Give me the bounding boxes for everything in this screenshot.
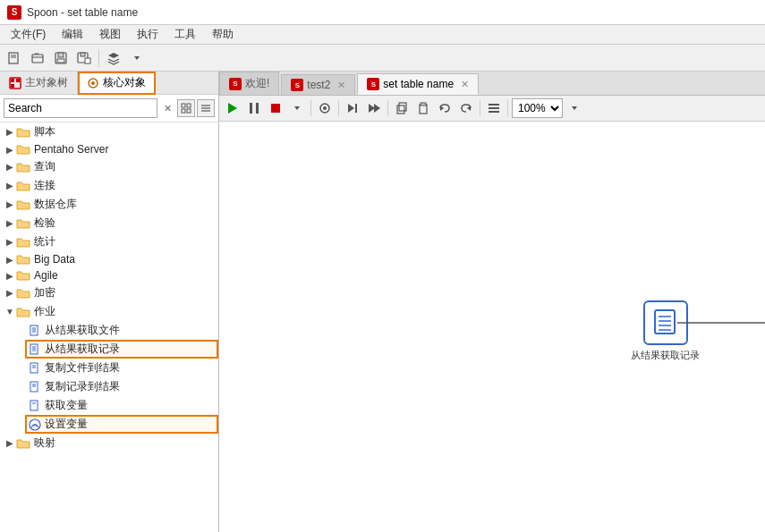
- folder-icon-bigdata: [16, 254, 30, 265]
- tree-item-script[interactable]: ▶ 脚本: [0, 122, 218, 141]
- ed-sep-4: [480, 100, 480, 116]
- file-icon-getrecord: [29, 343, 41, 356]
- tree-item-copy-file[interactable]: 复制文件到结果: [25, 359, 218, 377]
- tree-item-query[interactable]: ▶ 查询: [0, 157, 218, 176]
- btn-undo[interactable]: [435, 98, 455, 118]
- tree-item-get-var[interactable]: 获取变量: [25, 396, 218, 415]
- tab-icon-settable: S: [367, 78, 379, 90]
- tree-item-warehouse[interactable]: ▶ 数据仓库: [0, 195, 218, 214]
- arrow-job: ▼: [4, 306, 16, 318]
- tree-item-get-record[interactable]: 从结果获取记录: [25, 340, 218, 359]
- btn-redo[interactable]: [456, 98, 476, 118]
- tree-item-copy-record[interactable]: 复制记录到结果: [25, 377, 218, 396]
- ed-sep-3: [387, 100, 388, 116]
- stop-dropdown[interactable]: [287, 98, 307, 118]
- tree-item-set-var[interactable]: 设置变量: [25, 415, 218, 434]
- toolbar-sep-1: [98, 49, 99, 67]
- run-button[interactable]: [223, 98, 242, 118]
- search-expand-btn[interactable]: [197, 99, 215, 117]
- search-input[interactable]: [4, 98, 157, 118]
- svg-rect-19: [187, 109, 191, 113]
- menu-edit[interactable]: 编辑: [55, 25, 90, 44]
- arrow-stats: ▶: [4, 236, 16, 249]
- zoom-select[interactable]: 100% 75% 50% 150%: [512, 98, 563, 118]
- toolbar-open[interactable]: [27, 47, 48, 69]
- tab-label-test2: test2: [307, 79, 330, 91]
- svg-marker-50: [374, 104, 380, 113]
- menu-tools[interactable]: 工具: [167, 25, 203, 44]
- tree-item-stats[interactable]: ▶ 统计: [0, 232, 218, 251]
- btn-copy[interactable]: [392, 98, 412, 118]
- menu-file[interactable]: 文件(F): [4, 25, 53, 44]
- menu-execute[interactable]: 执行: [130, 25, 166, 44]
- label-check: 检验: [34, 215, 55, 231]
- btn-align[interactable]: [484, 98, 504, 118]
- preview-button[interactable]: [315, 98, 335, 118]
- tab-settable[interactable]: S set table name ✕: [357, 73, 479, 95]
- menu-help[interactable]: 帮助: [205, 25, 241, 44]
- label-copy-record: 复制记录到结果: [45, 379, 120, 394]
- folder-icon-pentaho: [16, 144, 30, 155]
- search-clear-button[interactable]: ✕: [159, 100, 175, 116]
- search-collapse-btn[interactable]: [177, 99, 195, 117]
- svg-marker-47: [348, 104, 354, 113]
- arrow-warehouse: ▶: [4, 198, 16, 211]
- tree-item-encrypt[interactable]: ▶ 加密: [0, 283, 218, 302]
- node-label-get-record: 从结果获取记录: [631, 349, 700, 362]
- label-stats: 统计: [34, 234, 55, 249]
- file-icon-copyrecord: [29, 381, 41, 393]
- tab-core-object[interactable]: 核心对象: [78, 72, 156, 95]
- tab-close-settable[interactable]: ✕: [461, 79, 469, 90]
- tab-main-object[interactable]: 主对象树: [0, 72, 78, 94]
- arrow-encrypt: ▶: [4, 287, 16, 300]
- tree-item-map[interactable]: ▶ 映射: [0, 434, 218, 452]
- stop-button[interactable]: [266, 98, 285, 118]
- svg-rect-17: [187, 104, 191, 107]
- tree-item-check[interactable]: ▶ 检验: [0, 214, 218, 232]
- label-encrypt: 加密: [34, 285, 55, 300]
- toolbar-dropdown[interactable]: [126, 47, 148, 69]
- svg-rect-18: [182, 109, 185, 113]
- toolbar-save[interactable]: [50, 47, 72, 69]
- ed-sep-2: [338, 100, 339, 116]
- ed-sep-5: [507, 100, 508, 116]
- tree-item-agile[interactable]: ▶ Agile: [0, 267, 218, 283]
- right-panel: S 欢迎! S test2 ✕ S set table name ✕: [219, 72, 765, 532]
- file-icon-copyfile: [29, 362, 41, 375]
- label-warehouse: 数据仓库: [34, 197, 77, 212]
- tab-test2[interactable]: S test2 ✕: [281, 74, 355, 95]
- btn-paste[interactable]: [413, 98, 433, 118]
- svg-rect-11: [11, 79, 14, 82]
- toolbar-new[interactable]: [4, 47, 25, 69]
- tree-item-job[interactable]: ▼ 作业: [0, 302, 218, 321]
- tab-core-label: 核心对象: [103, 75, 146, 90]
- svg-rect-16: [182, 104, 185, 107]
- menu-view[interactable]: 视图: [92, 25, 128, 44]
- zoom-dropdown[interactable]: [565, 98, 584, 118]
- node-icon-get-record: [651, 308, 680, 337]
- node-get-record[interactable]: 从结果获取记录: [631, 300, 700, 362]
- folder-icon-warehouse: [16, 199, 30, 210]
- label-copy-file: 复制文件到结果: [45, 360, 120, 376]
- label-set-var: 设置变量: [45, 417, 88, 432]
- btn-next[interactable]: [364, 98, 384, 118]
- svg-rect-13: [11, 84, 14, 88]
- toolbar-layers[interactable]: [103, 47, 124, 69]
- btn-step[interactable]: [343, 98, 362, 118]
- folder-icon-query: [16, 162, 30, 173]
- tab-close-test2[interactable]: ✕: [337, 80, 345, 91]
- tree-item-connect[interactable]: ▶ 连接: [0, 176, 218, 195]
- canvas[interactable]: 从结果获取记录: [219, 122, 765, 532]
- arrow-bigdata: ▶: [4, 253, 16, 266]
- svg-marker-41: [228, 103, 237, 114]
- tree-item-bigdata[interactable]: ▶ Big Data: [0, 251, 218, 267]
- tab-welcome[interactable]: S 欢迎!: [219, 72, 279, 95]
- label-query: 查询: [34, 159, 55, 174]
- tree-item-get-file[interactable]: 从结果获取文件: [25, 321, 218, 340]
- label-job: 作业: [34, 304, 55, 319]
- toolbar-saveas[interactable]: [73, 47, 95, 69]
- svg-rect-0: [9, 53, 18, 63]
- arrow-check: ▶: [4, 217, 16, 230]
- tree-item-pentaho[interactable]: ▶ Pentaho Server: [0, 141, 218, 157]
- pause-button[interactable]: [244, 98, 264, 118]
